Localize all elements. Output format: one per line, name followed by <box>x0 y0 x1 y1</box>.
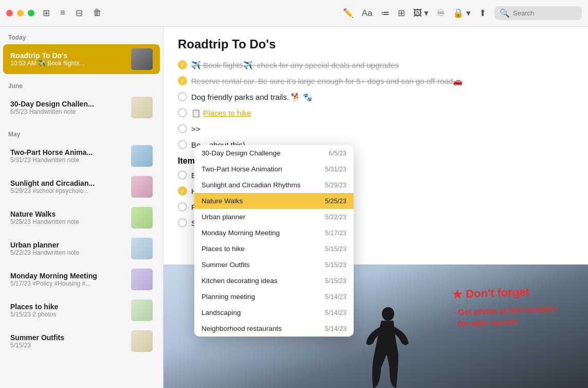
note-text-roadtrip: Roadtrip To Do's10:53 AM ✈️ Book flights… <box>10 51 126 67</box>
minimize-button[interactable] <box>17 10 24 16</box>
font-icon[interactable]: Aa <box>362 8 373 19</box>
note-meta-sunlight: 5/29/23 #school #psycholo... <box>10 187 126 195</box>
sidebar-item-roadtrip[interactable]: Roadtrip To Do's10:53 AM ✈️ Book flights… <box>3 44 160 74</box>
note-title-horse: Two-Part Horse Anima... <box>10 148 126 156</box>
note-link-dropdown: 30-Day Design Challenge6/5/23Two-Part Ho… <box>194 145 354 337</box>
checkbox-3[interactable] <box>178 92 187 101</box>
search-icon: 🔍 <box>500 8 510 18</box>
grid-view-icon[interactable]: ⊟ <box>76 8 83 19</box>
dropdown-item-date: 6/5/23 <box>328 150 346 157</box>
sidebar-item-nature[interactable]: Nature Walks5/25/23 Handwritten note <box>3 203 160 233</box>
sidebar-item-urban[interactable]: Urban planner5/22/23 Handwritten note <box>3 234 160 263</box>
dropdown-item-name: Sunlight and Circadian Rhythms <box>201 181 301 189</box>
dropdown-item-sunlight-and-circadian-rhythms[interactable]: Sunlight and Circadian Rhythms5/29/23 <box>194 177 354 193</box>
sidebar-section-june: June <box>0 75 163 92</box>
lock-icon[interactable]: 🔒 ▾ <box>453 8 471 19</box>
delete-icon[interactable]: 🗑 <box>93 8 102 19</box>
note-text-places: Places to hike5/15/23 2 photos <box>10 303 126 318</box>
checkbox-4[interactable] <box>178 108 187 117</box>
sidebar-item-horse[interactable]: Two-Part Horse Anima...5/31/23 Handwritt… <box>3 141 160 171</box>
note-title-roadtrip: Roadtrip To Do's <box>10 51 126 60</box>
page-title: Roadtrip To Do's <box>178 37 574 51</box>
checkbox-5[interactable] <box>178 124 187 133</box>
note-thumbnail-nature <box>131 207 153 228</box>
dropdown-item-date: 5/14/23 <box>325 325 346 332</box>
dropdown-item-name: Places to hike <box>201 245 245 253</box>
dropdown-item-planning-meeting[interactable]: Planning meeting5/14/23 <box>194 289 354 305</box>
dropdown-item-date: 5/22/23 <box>325 214 346 221</box>
note-meta-monday: 5/17/23 #Policy #Housing #... <box>10 280 126 287</box>
sidebar-item-places[interactable]: Places to hike5/15/23 2 photos <box>3 295 160 325</box>
checklist-text-5: >> <box>191 124 200 134</box>
note-thumbnail-monday <box>131 269 153 290</box>
dropdown-item-date: 5/15/23 <box>325 261 346 269</box>
note-text-monday: Monday Morning Meeting5/17/23 #Policy #H… <box>10 272 126 287</box>
dropdown-item-places-to-hike[interactable]: Places to hike5/15/23 <box>194 241 354 257</box>
note-text-urban: Urban planner5/22/23 Handwritten note <box>10 241 126 256</box>
checklist-text-2: Reserve rental car. Be sure it's large e… <box>191 76 463 86</box>
dropdown-item-summer-outfits[interactable]: Summer Outfits5/15/23 <box>194 257 354 273</box>
search-input[interactable] <box>513 9 580 17</box>
note-thumbnail-roadtrip <box>131 48 153 70</box>
checklist-item-2: ✓ Reserve rental car. Be sure it's large… <box>178 76 574 86</box>
dropdown-item-landscaping[interactable]: Landscaping5/14/23 <box>194 305 354 321</box>
sidebar-section-may: May <box>0 124 163 140</box>
dropdown-item-30-day-design-challenge[interactable]: 30-Day Design Challenge6/5/23 <box>194 145 354 161</box>
traffic-lights <box>6 10 34 16</box>
note-title-design: 30-Day Design Challen... <box>10 100 126 108</box>
dropdown-item-date: 5/15/23 <box>325 245 346 253</box>
note-thumbnail-design <box>131 97 153 118</box>
checklist-text-3: Dog friendly parks and trails. 🐕 🐾 <box>191 92 313 102</box>
sidebar-item-monday[interactable]: Monday Morning Meeting5/17/23 #Policy #H… <box>3 264 160 294</box>
compose-icon[interactable]: ✏️ <box>343 8 354 19</box>
note-title-urban: Urban planner <box>10 241 126 249</box>
list-view-icon[interactable]: ≡ <box>60 8 65 19</box>
checklist-item-1: ✓ ✈️ Book flights✈️: check for any speci… <box>178 60 574 70</box>
media-icon[interactable]: 🖼 ▾ <box>413 8 429 19</box>
sidebar-toggle-icon[interactable]: ⊞ <box>43 8 50 19</box>
checklist-item-5: >> <box>178 124 574 134</box>
dropdown-item-name: Urban planner <box>201 213 246 221</box>
dropdown-item-name: Neighborhood restaurants <box>201 325 282 332</box>
checkbox-1[interactable]: ✓ <box>178 60 187 69</box>
dropdown-item-urban-planner[interactable]: Urban planner5/22/23 <box>194 209 354 225</box>
dropdown-item-monday-morning-meeting[interactable]: Monday Morning Meeting5/17/23 <box>194 225 354 241</box>
dropdown-item-nature-walks[interactable]: Nature Walks5/25/23 <box>194 193 354 209</box>
checklist-item-4: 📋 Places to hike <box>178 108 574 118</box>
svg-point-0 <box>382 307 394 321</box>
items-checkbox-4[interactable] <box>178 218 187 227</box>
checkbox-6[interactable] <box>178 140 187 149</box>
note-title-places: Places to hike <box>10 303 126 311</box>
main-container: TodayRoadtrip To Do's10:53 AM ✈️ Book fl… <box>0 27 588 388</box>
dropdown-item-date: 5/25/23 <box>325 198 346 205</box>
dropdown-item-date: 5/14/23 <box>325 309 346 316</box>
fullscreen-button[interactable] <box>28 10 34 16</box>
search-box[interactable]: 🔍 <box>494 6 582 20</box>
checklist-item-3: Dog friendly parks and trails. 🐕 🐾 <box>178 92 574 102</box>
dropdown-item-kitchen-decorating-ideas[interactable]: Kitchen decorating ideas5/15/23 <box>194 273 354 289</box>
collaborate-icon[interactable]: ♾ <box>437 8 445 19</box>
note-thumbnail-summer <box>131 330 153 352</box>
items-checkbox-2[interactable]: ✓ <box>178 186 187 196</box>
dropdown-item-name: Two-Part Horse Animation <box>201 165 282 173</box>
dropdown-item-two-part-horse-animation[interactable]: Two-Part Horse Animation5/31/23 <box>194 161 354 177</box>
table-icon[interactable]: ⊞ <box>398 8 405 19</box>
items-checkbox-3[interactable] <box>178 202 187 211</box>
sidebar: TodayRoadtrip To Do's10:53 AM ✈️ Book fl… <box>0 27 163 388</box>
note-title-nature: Nature Walks <box>10 210 126 218</box>
sidebar-item-summer[interactable]: Summer Outfits5/15/23 <box>3 326 160 356</box>
note-thumbnail-places <box>131 299 153 321</box>
note-meta-summer: 5/15/23 <box>10 342 126 349</box>
places-hike-link[interactable]: Places to hike <box>203 109 251 117</box>
titlebar-icons: ⊞ ≡ ⊟ 🗑 <box>43 8 102 19</box>
checkbox-2[interactable]: ✓ <box>178 76 187 85</box>
sidebar-item-sunlight[interactable]: Sunlight and Circadian...5/29/23 #school… <box>3 172 160 202</box>
dropdown-item-neighborhood-restaurants[interactable]: Neighborhood restaurants5/14/23 <box>194 321 354 337</box>
sidebar-item-design[interactable]: 30-Day Design Challen...6/5/23 Handwritt… <box>3 93 160 122</box>
note-meta-places: 5/15/23 2 photos <box>10 311 126 318</box>
checklist-icon[interactable]: ≔ <box>381 8 390 19</box>
share-icon[interactable]: ⬆ <box>479 8 486 19</box>
close-button[interactable] <box>6 10 13 16</box>
handwritten-line1: ★ Don't forget <box>452 283 557 303</box>
items-checkbox-1[interactable] <box>178 170 187 180</box>
